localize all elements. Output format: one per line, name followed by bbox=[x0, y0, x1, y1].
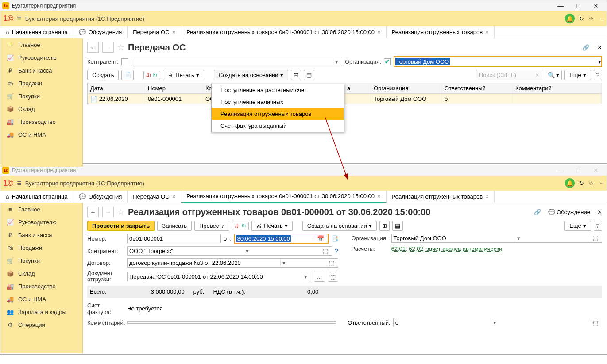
more-button[interactable]: Еще ▾ bbox=[564, 221, 591, 231]
ship-open[interactable]: ⬚ bbox=[328, 272, 338, 282]
close-page-icon[interactable]: ✕ bbox=[597, 44, 602, 51]
close-page-icon[interactable]: ✕ bbox=[597, 209, 602, 215]
minimize-button[interactable]: — bbox=[552, 167, 569, 174]
nav-prod[interactable]: 🏭Производство bbox=[0, 115, 82, 128]
nav-manager[interactable]: 📈Руководителю bbox=[0, 51, 82, 64]
counter-checkbox[interactable] bbox=[121, 58, 128, 65]
counter-input[interactable]: ▾ bbox=[131, 57, 342, 66]
nav-stock[interactable]: 📦Склад bbox=[0, 103, 82, 115]
col-date[interactable]: Дата bbox=[88, 83, 145, 93]
menu-icon[interactable]: ≡ bbox=[17, 14, 22, 23]
help-button[interactable]: ? bbox=[594, 70, 602, 80]
maximize-button[interactable]: □ bbox=[569, 167, 587, 174]
org-input[interactable]: Торговый Дом ООО▾⬚ bbox=[391, 234, 603, 243]
nav-bank[interactable]: ₽Банк и касса bbox=[0, 64, 82, 77]
col-resp[interactable]: Ответственный bbox=[442, 83, 513, 93]
nav-bank[interactable]: ₽Банк и касса bbox=[0, 229, 82, 241]
nav-ops[interactable]: ⚙Операции bbox=[0, 318, 82, 331]
bell-icon[interactable]: 🔔 bbox=[565, 14, 575, 23]
col-org[interactable]: Организация bbox=[371, 83, 442, 93]
nav-prod[interactable]: 🏭Производство bbox=[0, 280, 82, 293]
contract-input[interactable]: договор купли-продажи №3 от 22.06.2020▾⬚ bbox=[127, 258, 338, 268]
col-num[interactable]: Номер bbox=[145, 83, 203, 93]
history-icon[interactable]: ↻ bbox=[579, 180, 584, 187]
dtct-button[interactable]: ДтКт bbox=[232, 222, 249, 230]
settings-icon[interactable]: ⋯ bbox=[598, 15, 604, 22]
search-input[interactable]: Поиск (Ctrl+F)× bbox=[476, 70, 542, 80]
col-a[interactable]: а bbox=[344, 83, 371, 93]
nav-sales[interactable]: 🛍Продажи bbox=[0, 77, 82, 90]
tab-realization2[interactable]: Реализация отгруженных товаров× bbox=[387, 191, 495, 203]
maximize-button[interactable]: □ bbox=[569, 2, 587, 9]
nav-purchase[interactable]: 🛒Покупки bbox=[0, 254, 82, 267]
close-window-button[interactable]: ✕ bbox=[587, 2, 605, 9]
bell-icon[interactable]: 🔔 bbox=[565, 178, 575, 188]
menu-item-receipt-bank[interactable]: Поступление на расчетный счет bbox=[212, 84, 344, 96]
print-button[interactable]: 🖨 Печать ▾ bbox=[251, 221, 293, 231]
forward-button[interactable]: → bbox=[102, 207, 114, 217]
counter-input[interactable]: ООО "Прогресс"▾⬚ bbox=[127, 246, 332, 256]
resp-input[interactable]: о▾⬚ bbox=[393, 318, 602, 327]
search-button[interactable]: 🔍 ▾ bbox=[545, 70, 562, 80]
table-row[interactable]: 📄 22.06.2020 0в01-000001 ОС Торговый Дом… bbox=[88, 94, 602, 104]
settings-icon[interactable]: ⋯ bbox=[598, 180, 604, 187]
structure-button[interactable]: ⊞ bbox=[379, 221, 390, 231]
settle-link[interactable]: 62.01, 62.02, зачет аванса автоматически bbox=[391, 245, 503, 252]
link-icon[interactable]: 🔗 bbox=[582, 44, 589, 51]
post-close-button[interactable]: Провести и закрыть bbox=[87, 221, 155, 231]
col-comm[interactable]: Комментарий bbox=[513, 83, 602, 93]
minimize-button[interactable]: — bbox=[552, 2, 569, 9]
print-button[interactable]: 🖨 Печать ▾ bbox=[163, 70, 204, 80]
tab-transfer[interactable]: Передача ОС× bbox=[128, 26, 181, 38]
close-icon[interactable]: × bbox=[485, 29, 489, 35]
comment-input[interactable] bbox=[127, 321, 336, 324]
tab-realization[interactable]: Реализация отгруженных товаров 0в01-0000… bbox=[181, 191, 386, 203]
menu-item-receipt-cash[interactable]: Поступление наличных bbox=[212, 96, 344, 108]
nav-salary[interactable]: 👥Зарплата и кадры bbox=[0, 306, 82, 318]
tab-realization2[interactable]: Реализация отгруженных товаров× bbox=[387, 26, 495, 38]
back-button[interactable]: ← bbox=[87, 207, 99, 217]
list-button[interactable]: ▤ bbox=[304, 70, 314, 80]
close-icon[interactable]: × bbox=[172, 193, 176, 200]
close-window-button[interactable]: ✕ bbox=[587, 167, 605, 174]
tab-home[interactable]: ⌂Начальная страница bbox=[0, 26, 73, 38]
link-icon[interactable]: 🔗 bbox=[534, 209, 541, 215]
close-icon[interactable]: × bbox=[172, 29, 176, 35]
nav-sales[interactable]: 🛍Продажи bbox=[0, 241, 82, 254]
create-based-button[interactable]: Создать на основании ▾ bbox=[302, 221, 377, 231]
menu-item-realization[interactable]: Реализация отгруженных товаров bbox=[212, 108, 344, 120]
tab-home[interactable]: ⌂Начальная страница bbox=[0, 191, 73, 203]
favorite-icon[interactable]: ☆ bbox=[117, 207, 124, 217]
org-checkbox[interactable]: ✔ bbox=[384, 58, 391, 65]
close-icon[interactable]: × bbox=[485, 193, 489, 200]
nav-stock[interactable]: 📦Склад bbox=[0, 267, 82, 280]
structure-button[interactable]: ⊞ bbox=[291, 70, 301, 80]
star-icon[interactable]: ☆ bbox=[588, 15, 594, 22]
nav-manager[interactable]: 📈Руководителю bbox=[0, 216, 82, 229]
discuss-button[interactable]: 💬 Обсуждение bbox=[548, 209, 590, 215]
close-icon[interactable]: × bbox=[377, 29, 381, 35]
ship-ellipsis[interactable]: … bbox=[314, 272, 325, 282]
back-button[interactable]: ← bbox=[87, 42, 99, 53]
list-button[interactable]: ▤ bbox=[392, 221, 403, 231]
history-icon[interactable]: ↻ bbox=[579, 15, 584, 22]
create-button[interactable]: Создать bbox=[87, 70, 119, 80]
save-button[interactable]: Записать bbox=[157, 221, 192, 231]
nav-purchase[interactable]: 🛒Покупки bbox=[0, 90, 82, 103]
org-input[interactable]: Торговый Дом ООО▾ bbox=[394, 56, 602, 67]
tab-discuss[interactable]: 💬Обсуждения bbox=[73, 26, 128, 38]
menu-item-invoice[interactable]: Счет-фактура выданный bbox=[212, 120, 344, 132]
more-button[interactable]: Еще ▾ bbox=[564, 70, 591, 80]
nav-os[interactable]: 🚚ОС и НМА bbox=[0, 128, 82, 141]
tab-transfer[interactable]: Передача ОС× bbox=[128, 191, 181, 203]
star-icon[interactable]: ☆ bbox=[588, 180, 594, 187]
date-input[interactable]: 30.06.2020 15:00:00📅 bbox=[234, 234, 329, 244]
ship-input[interactable]: Передача ОС 0в01-000001 от 22.06.2020 14… bbox=[127, 272, 311, 281]
dtct-button[interactable]: ДтКт bbox=[143, 71, 160, 79]
create-based-button[interactable]: Создать на основании ▾ bbox=[214, 70, 288, 80]
tab-discuss[interactable]: 💬Обсуждения bbox=[73, 191, 128, 203]
close-icon[interactable]: × bbox=[377, 193, 381, 199]
nav-main[interactable]: ≡Главное bbox=[0, 203, 82, 216]
tag-icon[interactable]: 📑 bbox=[331, 235, 338, 242]
tab-realization[interactable]: Реализация отгруженных товаров 0в01-0000… bbox=[181, 26, 386, 38]
